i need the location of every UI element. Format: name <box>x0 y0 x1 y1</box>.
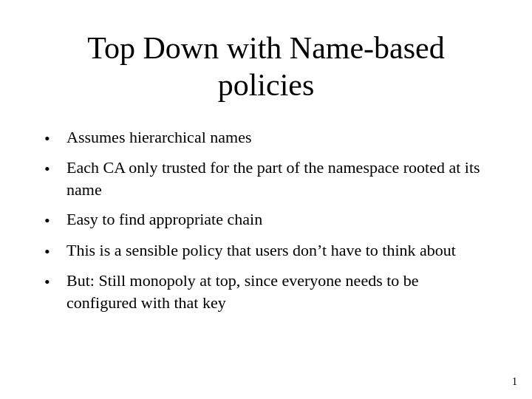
bullet-dot: • <box>44 158 66 180</box>
bullet-dot: • <box>44 241 66 263</box>
bullet-dot: • <box>44 271 66 293</box>
slide: Top Down with Name-based policies • Assu… <box>0 0 532 399</box>
bullet-text: But: Still monopoly at top, since everyo… <box>66 270 488 313</box>
bullet-list: • Assumes hierarchical names • Each CA o… <box>44 126 488 377</box>
bullet-text: Each CA only trusted for the part of the… <box>66 157 488 200</box>
list-item: • This is a sensible policy that users d… <box>44 239 488 263</box>
list-item: • Easy to find appropriate chain <box>44 208 488 232</box>
bullet-dot: • <box>44 210 66 232</box>
bullet-text: This is a sensible policy that users don… <box>66 239 488 262</box>
bullet-dot: • <box>44 128 66 150</box>
page-number: 1 <box>512 376 517 388</box>
list-item: • But: Still monopoly at top, since ever… <box>44 270 488 313</box>
bullet-text: Easy to find appropriate chain <box>66 208 488 231</box>
bullet-text: Assumes hierarchical names <box>66 126 488 149</box>
list-item: • Assumes hierarchical names <box>44 126 488 150</box>
slide-title: Top Down with Name-based policies <box>44 30 488 104</box>
list-item: • Each CA only trusted for the part of t… <box>44 157 488 200</box>
